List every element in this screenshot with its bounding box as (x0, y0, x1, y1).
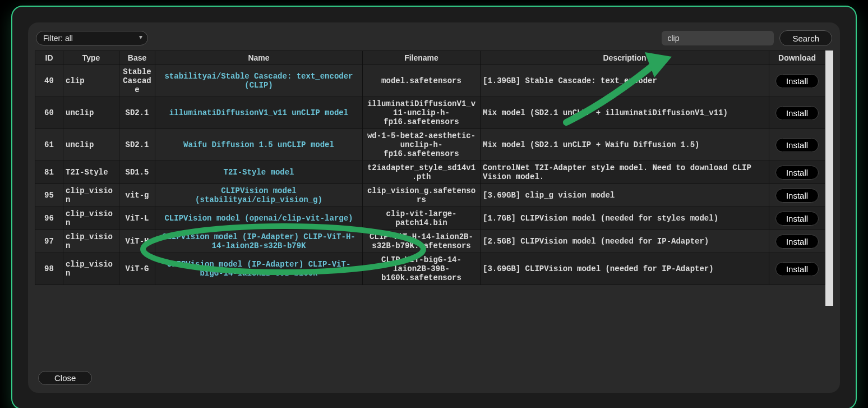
cell-download: Install (769, 161, 825, 184)
cell-filename: CLIP-ViT-H-14-laion2B-s32B-b79K.safetens… (363, 230, 481, 253)
search-input[interactable] (662, 31, 774, 45)
col-type: Type (63, 51, 119, 65)
install-button[interactable]: Install (775, 74, 819, 88)
cell-base: vit-g (119, 184, 155, 207)
model-name-link[interactable]: CLIPVision model (IP-Adapter) CLIP-ViT-H… (162, 232, 355, 250)
install-button[interactable]: Install (775, 138, 819, 152)
install-button[interactable]: Install (775, 262, 819, 276)
col-download: Download (769, 51, 825, 65)
model-name-link[interactable]: CLIPVision model (openai/clip-vit-large) (164, 214, 353, 223)
cell-filename: t2iadapter_style_sd14v1.pth (363, 161, 481, 184)
cell-name: CLIPVision model (stabilityai/clip_visio… (155, 184, 363, 207)
cell-download: Install (769, 230, 825, 253)
table-row: 40clipStable Cascadestabilityai/Stable C… (35, 65, 825, 97)
cell-name: Waifu Diffusion 1.5 unCLIP model (155, 129, 363, 161)
col-base: Base (119, 51, 155, 65)
cell-type: clip_vision (63, 207, 119, 230)
cell-name: stabilityai/Stable Cascade: text_encoder… (155, 65, 363, 97)
cell-base: ViT-H (119, 230, 155, 253)
filter-select[interactable]: Filter: all (36, 31, 148, 45)
col-description: Description (481, 51, 769, 65)
table-row: 60unclipSD2.1illuminatiDiffusionV1_v11 u… (35, 97, 825, 129)
col-id: ID (35, 51, 63, 65)
cell-download: Install (769, 97, 825, 129)
window-frame: Filter: all Search ▲ ▼ ID Type Base Name… (11, 6, 857, 408)
cell-filename: clip-vit-large-patch14.bin (363, 207, 481, 230)
cell-id: 60 (35, 97, 63, 129)
cell-id: 95 (35, 184, 63, 207)
col-filename: Filename (363, 51, 481, 65)
table-row: 96clip_visionViT-LCLIPVision model (open… (35, 207, 825, 230)
cell-download: Install (769, 207, 825, 230)
cell-filename: CLIP-ViT-bigG-14-laion2B-39B-b160k.safet… (363, 253, 481, 285)
cell-filename: wd-1-5-beta2-aesthetic-unclip-h-fp16.saf… (363, 129, 481, 161)
cell-description: [3.69GB] clip_g vision model (481, 184, 769, 207)
cell-type: clip_vision (63, 253, 119, 285)
cell-type: unclip (63, 129, 119, 161)
footer: Close (38, 371, 92, 385)
cell-description: [1.7GB] CLIPVision model (needed for sty… (481, 207, 769, 230)
model-name-link[interactable]: CLIPVision model (stabilityai/clip_visio… (195, 186, 322, 204)
install-button[interactable]: Install (775, 166, 819, 180)
cell-type: unclip (63, 97, 119, 129)
cell-name: T2I-Style model (155, 161, 363, 184)
col-name: Name (155, 51, 363, 65)
cell-filename: clip_vision_g.safetensors (363, 184, 481, 207)
install-button[interactable]: Install (775, 212, 819, 226)
cell-name: CLIPVision model (IP-Adapter) CLIP-ViT-H… (155, 230, 363, 253)
cell-id: 98 (35, 253, 63, 285)
cell-description: ControlNet T2I-Adapter style model. Need… (481, 161, 769, 184)
cell-base: ViT-G (119, 253, 155, 285)
cell-base: SD1.5 (119, 161, 155, 184)
cell-download: Install (769, 129, 825, 161)
toolbar: Filter: all Search (28, 22, 840, 51)
search-button[interactable]: Search (779, 30, 832, 46)
table-row: 98clip_visionViT-GCLIPVision model (IP-A… (35, 253, 825, 285)
install-button[interactable]: Install (775, 189, 819, 203)
filter-select-wrap: Filter: all (36, 31, 148, 45)
cell-id: 97 (35, 230, 63, 253)
cell-id: 40 (35, 65, 63, 97)
cell-type: clip (63, 65, 119, 97)
models-table: ID Type Base Name Filename Description D… (35, 51, 825, 285)
cell-base: Stable Cascade (119, 65, 155, 97)
table-header-row: ID Type Base Name Filename Description D… (35, 51, 825, 65)
model-name-link[interactable]: stabilityai/Stable Cascade: text_encoder… (164, 72, 353, 90)
cell-name: CLIPVision model (openai/clip-vit-large) (155, 207, 363, 230)
cell-id: 61 (35, 129, 63, 161)
close-button[interactable]: Close (38, 371, 92, 385)
table-row: 97clip_visionViT-HCLIPVision model (IP-A… (35, 230, 825, 253)
model-name-link[interactable]: T2I-Style model (223, 168, 294, 177)
cell-base: SD2.1 (119, 97, 155, 129)
cell-id: 81 (35, 161, 63, 184)
table-row: 81T2I-StyleSD1.5T2I-Style modelt2iadapte… (35, 161, 825, 184)
cell-name: illuminatiDiffusionV1_v11 unCLIP model (155, 97, 363, 129)
cell-base: SD2.1 (119, 129, 155, 161)
model-name-link[interactable]: Waifu Diffusion 1.5 unCLIP model (183, 140, 334, 149)
model-name-link[interactable]: CLIPVision model (IP-Adapter) CLIP-ViT-b… (167, 260, 351, 278)
cell-download: Install (769, 65, 825, 97)
cell-description: [3.69GB] CLIPVision model (needed for IP… (481, 253, 769, 285)
table-row: 61unclipSD2.1Waifu Diffusion 1.5 unCLIP … (35, 129, 825, 161)
cell-description: [1.39GB] Stable Cascade: text_encoder (481, 65, 769, 97)
cell-id: 96 (35, 207, 63, 230)
cell-description: [2.5GB] CLIPVision model (needed for IP-… (481, 230, 769, 253)
install-button[interactable]: Install (775, 235, 819, 249)
cell-filename: model.safetensors (363, 65, 481, 97)
cell-description: Mix model (SD2.1 unCLIP + illuminatiDiff… (481, 97, 769, 129)
cell-download: Install (769, 253, 825, 285)
model-name-link[interactable]: illuminatiDiffusionV1_v11 unCLIP model (169, 108, 348, 117)
install-button[interactable]: Install (775, 106, 819, 120)
cell-type: clip_vision (63, 230, 119, 253)
scroll-up-icon[interactable]: ▲ (826, 51, 833, 57)
cell-type: clip_vision (63, 184, 119, 207)
cell-name: CLIPVision model (IP-Adapter) CLIP-ViT-b… (155, 253, 363, 285)
model-manager-panel: Filter: all Search ▲ ▼ ID Type Base Name… (28, 22, 840, 393)
table-scroll[interactable]: ▲ ▼ ID Type Base Name Filename Descripti… (35, 51, 833, 306)
cell-download: Install (769, 184, 825, 207)
cell-base: ViT-L (119, 207, 155, 230)
cell-type: T2I-Style (63, 161, 119, 184)
scroll-down-icon[interactable]: ▼ (826, 300, 833, 306)
cell-description: Mix model (SD2.1 unCLIP + Waifu Diffusio… (481, 129, 769, 161)
cell-filename: illuminatiDiffusionV1_v11-unclip-h-fp16.… (363, 97, 481, 129)
